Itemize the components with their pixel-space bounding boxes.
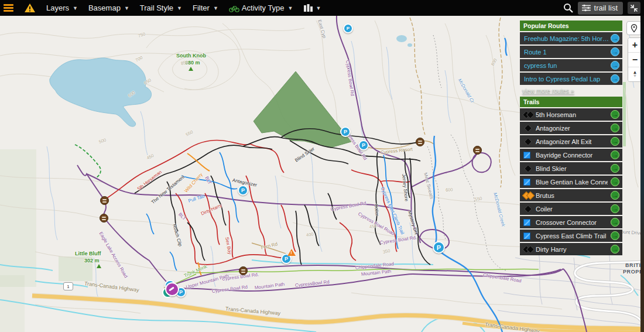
- contour-label: 450: [369, 224, 376, 229]
- chevron-down-icon: ▼: [316, 5, 321, 11]
- parking-marker[interactable]: P: [343, 23, 353, 33]
- route-label: Intro to Cypress Pedal Lap: [524, 76, 611, 83]
- sliders-icon: [582, 4, 591, 12]
- activity-type-label: Activity Type: [242, 4, 285, 12]
- trail-go-icon[interactable]: →: [611, 150, 619, 159]
- stats-menu[interactable]: ▼: [304, 4, 321, 12]
- difficulty-black-icon: [523, 125, 533, 132]
- trail-list-button[interactable]: trail list: [578, 2, 623, 15]
- trail-item[interactable]: Coiler →: [520, 203, 622, 215]
- trail-go-icon[interactable]: →: [611, 191, 619, 200]
- green-trails-layer: [75, 145, 539, 288]
- zoom-in-button[interactable]: +: [628, 38, 642, 53]
- trail-item[interactable]: Blind Skier →: [520, 162, 622, 174]
- view-more-routes-link[interactable]: view more routes »: [520, 86, 622, 95]
- difficulty-double-black-icon: [523, 246, 533, 253]
- layers-menu[interactable]: Layers▼: [46, 4, 78, 12]
- route-go-icon[interactable]: →: [611, 34, 619, 43]
- tilt-down-icon: ▼: [633, 74, 638, 78]
- trail-label: Blue Gentian Lake Connector: [536, 179, 608, 186]
- trail-item[interactable]: Crossover Connector →: [520, 216, 622, 228]
- trail-item[interactable]: Antagonizer Alt Exit →: [520, 135, 622, 148]
- trailhead-marker[interactable]: [416, 138, 424, 146]
- trail-label: Cypress East Climb Trail: [536, 232, 608, 239]
- blue-creek-trail: [433, 38, 507, 332]
- route-item[interactable]: Route 1 →: [520, 46, 622, 58]
- basemap-label: Basemap: [88, 4, 121, 12]
- route-label: Freehub Magazine: 5th Horseman Sh..: [524, 35, 611, 42]
- trail-item[interactable]: Bayridge Connector →: [520, 149, 622, 161]
- trail-label: Antagonizer Alt Exit: [536, 138, 608, 145]
- chevron-down-icon: ▼: [213, 5, 218, 11]
- trail-go-icon[interactable]: →: [611, 124, 619, 132]
- trailhead-marker[interactable]: [100, 214, 108, 223]
- trail-label: Crossover Connector: [536, 219, 608, 226]
- contour-label: 400: [306, 232, 313, 237]
- exit-fullscreen-button[interactable]: [628, 2, 640, 14]
- basemap-menu[interactable]: Basemap▼: [88, 4, 129, 12]
- trail-go-icon[interactable]: →: [611, 110, 619, 119]
- trail-style-menu[interactable]: Trail Style▼: [140, 4, 182, 12]
- parking-marker[interactable]: P: [433, 241, 445, 254]
- contour-label: 550: [474, 196, 482, 201]
- trailhead-marker[interactable]: [100, 196, 109, 205]
- trail-go-icon[interactable]: →: [611, 164, 619, 173]
- forest-area: [254, 71, 351, 148]
- parking-marker[interactable]: P: [340, 126, 351, 137]
- trail-item[interactable]: Dirty Harry →: [520, 243, 622, 255]
- difficulty-blue-icon: [523, 179, 533, 186]
- filter-menu[interactable]: Filter▼: [193, 4, 218, 12]
- map-pin-icon: [631, 24, 638, 33]
- trail-go-icon[interactable]: →: [611, 245, 619, 254]
- route-go-icon[interactable]: →: [611, 74, 619, 83]
- trail-go-icon[interactable]: →: [611, 218, 619, 227]
- search-button[interactable]: [563, 3, 573, 13]
- trail-item[interactable]: Blue Gentian Lake Connector →: [520, 176, 622, 188]
- chevron-down-icon: ▼: [288, 5, 293, 11]
- difficulty-double-orange-icon: [523, 192, 533, 199]
- difficulty-double-black-icon: [523, 111, 533, 118]
- trail-label: Dirty Harry: [536, 246, 608, 253]
- tilt-control[interactable]: ▲ ▼: [628, 67, 642, 81]
- difficulty-blue-icon: [523, 219, 533, 226]
- route-item[interactable]: cypress fun →: [520, 59, 622, 71]
- locate-button[interactable]: [626, 21, 642, 35]
- parking-marker[interactable]: P: [238, 185, 248, 196]
- map-label: Coiler: [374, 204, 379, 216]
- route-go-icon[interactable]: →: [611, 47, 619, 56]
- trail-map-app: Layers▼ Basemap▼ Trail Style▼ Filter▼ Ac…: [0, 0, 644, 332]
- trail-label: Brutus: [536, 192, 608, 199]
- route-item[interactable]: Freehub Magazine: 5th Horseman Sh.. →: [520, 32, 622, 45]
- route-label: Route 1: [524, 49, 611, 56]
- trail-item[interactable]: Cypress East Climb Trail →: [520, 230, 622, 242]
- route-item[interactable]: Intro to Cypress Pedal Lap →: [520, 73, 622, 85]
- trail-go-icon[interactable]: →: [611, 137, 619, 146]
- trail-item[interactable]: Antagonizer →: [520, 122, 622, 134]
- map-label: South Knob: [176, 53, 206, 59]
- difficulty-blue-icon: [523, 232, 533, 239]
- parking-marker[interactable]: P: [358, 140, 369, 150]
- alerts-button[interactable]: [24, 3, 36, 13]
- warning-marker[interactable]: [287, 249, 296, 256]
- menu-icon[interactable]: [4, 4, 13, 12]
- trail-go-icon[interactable]: →: [611, 204, 619, 213]
- trail-go-icon[interactable]: →: [611, 177, 619, 186]
- trailhead-info-marker[interactable]: [165, 282, 179, 296]
- trail-list-label: trail list: [594, 4, 618, 12]
- route-go-icon[interactable]: →: [611, 61, 619, 70]
- map-label: 302 m: [84, 258, 100, 263]
- difficulty-blue-icon: [523, 152, 533, 159]
- trail-item[interactable]: Brutus →: [520, 189, 622, 201]
- activity-type-menu[interactable]: Activity Type▼: [229, 4, 293, 12]
- trailhead-marker[interactable]: [473, 146, 482, 155]
- zoom-out-button[interactable]: −: [628, 53, 642, 67]
- trail-item[interactable]: 5th Horseman →: [520, 108, 622, 121]
- filter-label: Filter: [193, 4, 210, 12]
- highway-layer: [32, 296, 644, 332]
- search-icon: [563, 3, 573, 13]
- trail-go-icon[interactable]: →: [611, 231, 619, 240]
- popular-routes-header: Popular Routes: [520, 20, 622, 31]
- difficulty-black-icon: [523, 165, 533, 172]
- trail-style-label: Trail Style: [140, 4, 173, 12]
- trailhead-marker[interactable]: [239, 266, 248, 275]
